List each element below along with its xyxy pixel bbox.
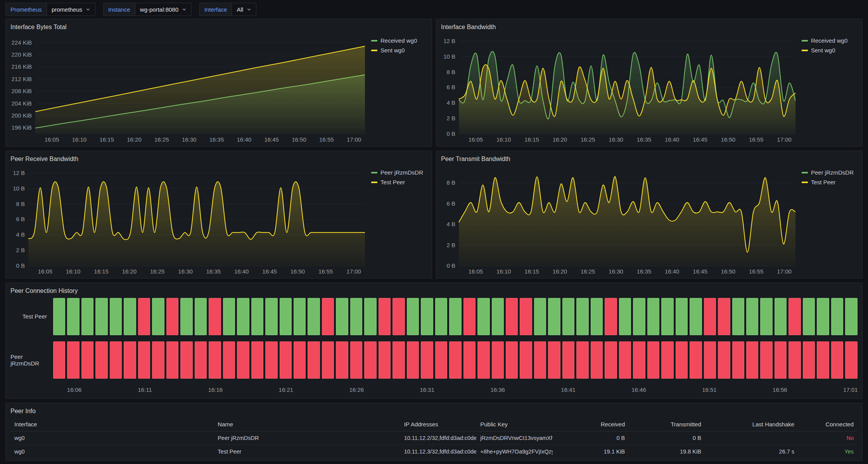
series-color-swatch [802, 172, 808, 173]
panel-title[interactable]: Peer Transmit Bandwidth [441, 154, 858, 164]
status-row-label: Test Peer [10, 298, 53, 335]
x-tick-label: 16:30 [609, 136, 623, 143]
status-bar-disconnected [364, 341, 376, 379]
panel-title[interactable]: Interface Bytes Total [10, 23, 427, 32]
col-header-connected[interactable]: Connected [798, 417, 858, 431]
variable-value-dropdown[interactable]: wg-portal:8080 [135, 3, 192, 16]
variable-value-dropdown[interactable]: prometheus [47, 3, 95, 16]
chart-canvas: 0 B2 B4 B6 B8 B16:0516:1016:1516:2016:25… [441, 164, 799, 276]
col-header-public-key[interactable]: Public Key [476, 417, 553, 431]
status-row: Test Peer [10, 298, 858, 335]
status-bar-disconnected [576, 341, 588, 379]
x-tick-label: 17:01 [843, 386, 858, 393]
status-rows: Test PeerPeer jRzmDsDR [10, 298, 858, 385]
legend-item[interactable]: Peer jRzmDsDR [802, 169, 858, 176]
status-bar-connected [449, 298, 461, 335]
peer-receive-bandwidth-chart[interactable]: 0 B2 B4 B6 B8 B10 B12 B16:0516:1016:1516… [10, 164, 368, 276]
status-x-axis: 16:0616:1116:1616:2116:2616:3116:3616:41… [53, 385, 858, 394]
legend-item[interactable]: Sent wg0 [802, 47, 858, 54]
status-bar-connected [124, 298, 136, 335]
variable-value-dropdown[interactable]: All [232, 3, 256, 16]
status-row-label: Peer jRzmDsDR [10, 341, 53, 379]
legend-item[interactable]: Test Peer [802, 179, 858, 185]
y-tick-label: 204 KiB [11, 100, 32, 107]
x-tick-label: 16:50 [721, 136, 736, 143]
series-color-swatch [371, 40, 377, 42]
status-bar-connected [407, 298, 419, 335]
status-bar-disconnected [463, 341, 475, 379]
legend-item[interactable]: Received wg0 [802, 37, 858, 44]
status-bar-disconnected [322, 298, 334, 335]
series-color-swatch [802, 40, 808, 42]
status-history: Test PeerPeer jRzmDsDR 16:0616:1116:1616… [10, 296, 858, 396]
col-header-last-handshake[interactable]: Last Handshake [705, 417, 798, 431]
status-bar-disconnected [110, 341, 122, 379]
status-bar-disconnected [647, 341, 659, 379]
x-tick-label: 16:35 [637, 136, 652, 143]
legend-item[interactable]: Received wg0 [371, 37, 427, 44]
panel-title[interactable]: Peer Info [10, 407, 858, 416]
panel-title[interactable]: Peer Receive Bandwidth [10, 154, 427, 164]
cell-name: Test Peer [214, 445, 400, 459]
col-header-name[interactable]: Name [214, 417, 400, 431]
cell-public-key: jRzmDsDRVnwCt13vsyamXherk9L9RhR [476, 431, 553, 445]
col-header-interface[interactable]: Interface [10, 417, 214, 431]
status-bar-connected [251, 298, 263, 335]
status-bar-connected [845, 298, 857, 335]
x-tick-label: 16:30 [609, 268, 623, 275]
y-tick-label: 2 B [446, 115, 455, 121]
x-tick-label: 16:20 [553, 136, 567, 143]
status-bar-connected [237, 298, 249, 335]
status-bar-disconnected [421, 341, 433, 379]
legend: Received wg0Sent wg0 [799, 32, 858, 144]
legend: Received wg0Sent wg0 [368, 32, 427, 144]
status-bar-connected [477, 298, 489, 335]
cell-transmitted: 0 B [629, 431, 705, 445]
interface-bytes-total-chart[interactable]: 196 KiB200 KiB204 KiB208 KiB212 KiB216 K… [10, 32, 368, 144]
status-bar-disconnected [520, 298, 532, 335]
col-header-received[interactable]: Received [553, 417, 629, 431]
x-tick-label: 16:26 [349, 386, 364, 393]
x-tick-label: 16:45 [262, 268, 277, 275]
legend-item[interactable]: Test Peer [371, 179, 427, 185]
x-tick-label: 16:15 [524, 136, 539, 143]
col-header-ip-addresses[interactable]: IP Addresses [400, 417, 477, 431]
legend-item[interactable]: Sent wg0 [371, 47, 427, 54]
y-tick-label: 208 KiB [11, 88, 32, 94]
status-bar-disconnected [251, 341, 263, 379]
x-tick-label: 16:45 [264, 136, 279, 143]
y-tick-label: 4 B [446, 99, 455, 106]
status-bar-connected [110, 298, 122, 335]
cell-last-handshake: 26.7 s [705, 445, 798, 459]
status-bar-disconnected [195, 341, 207, 379]
legend-label: Sent wg0 [811, 47, 835, 54]
col-header-transmitted[interactable]: Transmitted [629, 417, 705, 431]
status-bar-disconnected [379, 341, 391, 379]
status-bar-disconnected [633, 341, 645, 379]
cell-connected: Yes [798, 445, 858, 459]
status-bar-disconnected [265, 341, 277, 379]
status-bar-connected [732, 298, 744, 335]
status-bar-disconnected [280, 341, 292, 379]
panel-title[interactable]: Interface Bandwidth [441, 23, 858, 32]
interface-bandwidth-chart[interactable]: 0 B2 B4 B6 B8 B10 B12 B16:0516:1016:1516… [441, 32, 799, 144]
cell-interface: wg0 [10, 431, 214, 445]
x-tick-label: 16:50 [292, 136, 306, 143]
y-tick-label: 12 B [13, 170, 25, 176]
y-tick-label: 220 KiB [11, 51, 32, 58]
panel-title[interactable]: Peer Connection History [10, 286, 858, 296]
x-tick-label: 16:20 [122, 268, 137, 275]
y-tick-label: 212 KiB [11, 76, 32, 82]
variable-instance: Instance wg-portal:8080 [103, 3, 192, 16]
y-tick-label: 12 B [443, 38, 455, 44]
status-bar-connected [336, 298, 348, 335]
chart-canvas: 196 KiB200 KiB204 KiB208 KiB212 KiB216 K… [10, 32, 368, 144]
cell-connected: No [798, 431, 858, 445]
status-bar-disconnected [435, 341, 447, 379]
legend-item[interactable]: Peer jRzmDsDR [371, 169, 427, 176]
peer-transmit-bandwidth-chart[interactable]: 0 B2 B4 B6 B8 B16:0516:1016:1516:2016:25… [441, 164, 799, 276]
legend-label: Peer jRzmDsDR [380, 169, 423, 176]
table-row: wg0 Peer jRzmDsDR 10.11.12.2/32,fdfd:d3a… [10, 431, 858, 445]
status-bars [53, 298, 858, 335]
y-tick-label: 8 B [16, 201, 25, 207]
